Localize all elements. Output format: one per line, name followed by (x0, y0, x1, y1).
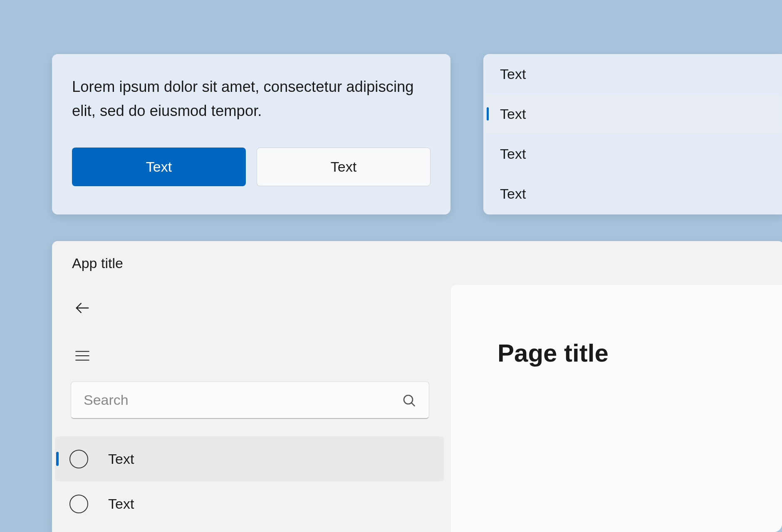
nav-item-label: Text (108, 451, 134, 467)
dialog-primary-button[interactable]: Text (72, 148, 246, 186)
hamburger-icon (74, 347, 91, 365)
list-item-label: Text (500, 186, 526, 202)
search-box[interactable] (71, 382, 429, 419)
svg-line-5 (411, 403, 415, 406)
nav-item[interactable]: Text (55, 436, 444, 481)
back-button[interactable] (71, 296, 94, 319)
list-item[interactable]: Text (483, 134, 782, 174)
dialog-secondary-button[interactable]: Text (257, 148, 431, 186)
app-window: App title Text Text Page title (52, 241, 782, 532)
search-input[interactable] (84, 392, 401, 408)
page-title: Page title (497, 339, 782, 367)
list-item[interactable]: Text (483, 54, 782, 94)
circle-icon (69, 450, 88, 468)
list-item[interactable]: Text (485, 94, 781, 134)
app-title: App title (52, 241, 782, 271)
list-item-label: Text (500, 146, 526, 162)
list-panel: Text Text Text Text (483, 54, 782, 214)
dialog-button-row: Text Text (72, 148, 431, 186)
arrow-left-icon (74, 300, 90, 316)
list-item-label: Text (500, 66, 526, 82)
nav-item[interactable]: Text (55, 481, 444, 526)
nav-item-label: Text (108, 496, 134, 512)
list-item[interactable]: Text (483, 174, 782, 214)
content-area: Page title (451, 285, 782, 532)
dialog-card: Lorem ipsum dolor sit amet, consectetur … (52, 54, 450, 214)
search-icon (401, 393, 416, 408)
nav-list: Text Text (55, 436, 444, 526)
dialog-body-text: Lorem ipsum dolor sit amet, consectetur … (72, 75, 431, 123)
menu-button[interactable] (71, 344, 94, 367)
circle-icon (69, 495, 88, 513)
list-item-label: Text (500, 106, 526, 122)
